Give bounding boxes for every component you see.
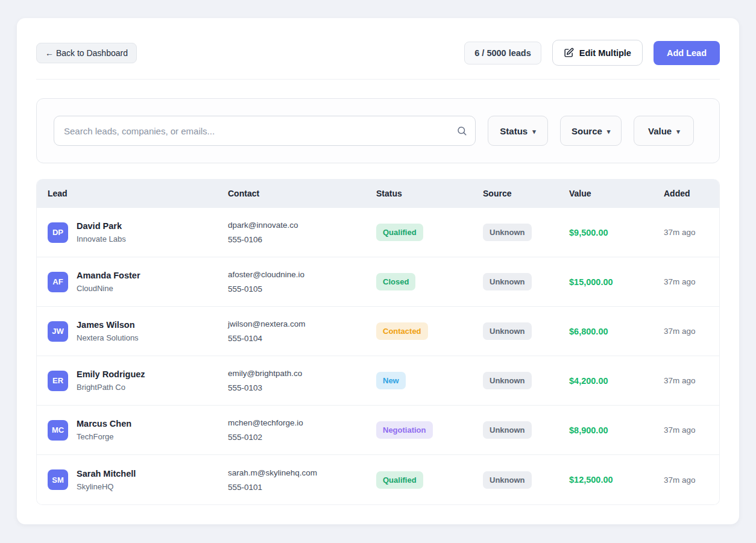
lead-company: Nextera Solutions: [77, 333, 139, 342]
lead-cell: ER Emily Rodriguez BrightPath Co: [48, 369, 228, 392]
lead-added: 37m ago: [664, 376, 708, 385]
add-lead-button[interactable]: Add Lead: [654, 41, 720, 65]
table-row[interactable]: MC Marcus Chen TechForge mchen@techforge…: [37, 406, 719, 455]
search-icon: [456, 125, 467, 136]
avatar: ER: [48, 371, 68, 391]
edit-icon: [564, 48, 574, 58]
lead-identity: James Wilson Nextera Solutions: [77, 320, 139, 342]
back-to-dashboard-button[interactable]: ← Back to Dashboard: [36, 43, 137, 63]
lead-name: David Park: [77, 221, 126, 231]
lead-added: 37m ago: [664, 476, 708, 485]
column-header-source: Source: [483, 189, 569, 198]
status-cell: Qualified: [376, 471, 483, 489]
lead-email: jwilson@nextera.com: [228, 319, 376, 328]
lead-name: Sarah Mitchell: [77, 469, 136, 479]
lead-cell: MC Marcus Chen TechForge: [48, 419, 228, 441]
lead-email: emily@brightpath.co: [228, 369, 376, 378]
status-badge: New: [376, 372, 406, 389]
topbar: ← Back to Dashboard 6 / 5000 leads Edit …: [36, 40, 720, 66]
lead-identity: Marcus Chen TechForge: [77, 419, 131, 441]
lead-added: 37m ago: [664, 228, 708, 237]
contact-cell: dpark@innovate.co 555-0106: [228, 221, 376, 244]
lead-value: $8,900.00: [569, 425, 664, 435]
column-header-lead: Lead: [48, 189, 228, 198]
contact-cell: sarah.m@skylinehq.com 555-0101: [228, 468, 376, 492]
status-cell: New: [376, 372, 483, 389]
topbar-divider: [36, 79, 720, 80]
lead-cell: AF Amanda Foster CloudNine: [48, 271, 228, 293]
source-cell: Unknown: [483, 372, 569, 389]
lead-phone: 555-0104: [228, 334, 376, 343]
status-cell: Contacted: [376, 322, 483, 340]
lead-name: Marcus Chen: [77, 419, 131, 428]
search-input[interactable]: [54, 116, 476, 146]
contact-cell: emily@brightpath.co 555-0103: [228, 369, 376, 392]
source-badge: Unknown: [483, 372, 532, 389]
lead-company: CloudNine: [77, 284, 140, 293]
column-header-added: Added: [664, 189, 708, 198]
table-row[interactable]: ER Emily Rodriguez BrightPath Co emily@b…: [37, 356, 719, 406]
status-cell: Closed: [376, 273, 483, 290]
avatar: DP: [48, 222, 68, 243]
filter-panel: Status ▾ Source ▾ Value ▾: [36, 98, 720, 163]
lead-added: 37m ago: [664, 327, 708, 336]
contact-cell: afoster@cloudnine.io 555-0105: [228, 270, 376, 293]
chevron-down-icon: ▾: [607, 127, 611, 136]
lead-email: dpark@innovate.co: [228, 221, 376, 230]
lead-phone: 555-0105: [228, 284, 376, 293]
source-badge: Unknown: [483, 471, 532, 489]
table-row[interactable]: DP David Park Innovate Labs dpark@innova…: [37, 208, 719, 257]
avatar: JW: [48, 321, 68, 342]
lead-company: TechForge: [77, 432, 131, 441]
lead-cell: SM Sarah Mitchell SkylineHQ: [48, 469, 228, 491]
lead-company: SkylineHQ: [77, 482, 136, 491]
lead-value: $9,500.00: [569, 228, 664, 237]
source-badge: Unknown: [483, 224, 532, 241]
lead-phone: 555-0106: [228, 235, 376, 244]
contact-cell: jwilson@nextera.com 555-0104: [228, 319, 376, 343]
avatar: SM: [48, 469, 68, 490]
lead-added: 37m ago: [664, 425, 708, 435]
status-badge: Qualified: [376, 224, 423, 241]
status-badge: Qualified: [376, 471, 423, 489]
avatar: AF: [48, 272, 68, 292]
edit-multiple-label: Edit Multiple: [579, 48, 631, 58]
source-cell: Unknown: [483, 322, 569, 340]
value-filter-dropdown[interactable]: Value ▾: [634, 116, 694, 146]
lead-company: BrightPath Co: [77, 383, 145, 392]
table-row[interactable]: JW James Wilson Nextera Solutions jwilso…: [37, 307, 719, 356]
value-filter-label: Value: [648, 126, 672, 136]
status-filter-label: Status: [500, 126, 528, 136]
source-badge: Unknown: [483, 421, 532, 439]
source-cell: Unknown: [483, 471, 569, 489]
lead-value: $6,800.00: [569, 327, 664, 336]
status-cell: Qualified: [376, 224, 483, 241]
lead-value: $12,500.00: [569, 475, 664, 485]
table-row[interactable]: AF Amanda Foster CloudNine afoster@cloud…: [37, 257, 719, 307]
status-badge: Contacted: [376, 322, 428, 340]
source-cell: Unknown: [483, 224, 569, 241]
lead-identity: Emily Rodriguez BrightPath Co: [77, 369, 145, 392]
source-cell: Unknown: [483, 421, 569, 439]
lead-phone: 555-0102: [228, 433, 376, 442]
status-badge: Negotiation: [376, 421, 433, 439]
lead-identity: David Park Innovate Labs: [77, 221, 126, 243]
status-filter-dropdown[interactable]: Status ▾: [488, 116, 548, 146]
lead-email: afoster@cloudnine.io: [228, 270, 376, 279]
lead-name: James Wilson: [77, 320, 139, 330]
lead-value: $15,000.00: [569, 277, 664, 287]
status-cell: Negotiation: [376, 421, 483, 439]
source-filter-dropdown[interactable]: Source ▾: [560, 116, 622, 146]
lead-value: $4,200.00: [569, 376, 664, 386]
lead-phone: 555-0101: [228, 483, 376, 492]
lead-name: Emily Rodriguez: [77, 369, 145, 379]
source-badge: Unknown: [483, 322, 532, 340]
source-badge: Unknown: [483, 273, 532, 290]
chevron-down-icon: ▾: [676, 127, 680, 136]
lead-email: mchen@techforge.io: [228, 418, 376, 427]
table-row[interactable]: SM Sarah Mitchell SkylineHQ sarah.m@skyl…: [37, 455, 719, 504]
column-header-status: Status: [376, 189, 483, 198]
source-filter-label: Source: [572, 126, 602, 136]
avatar: MC: [48, 420, 68, 441]
edit-multiple-button[interactable]: Edit Multiple: [552, 40, 643, 66]
